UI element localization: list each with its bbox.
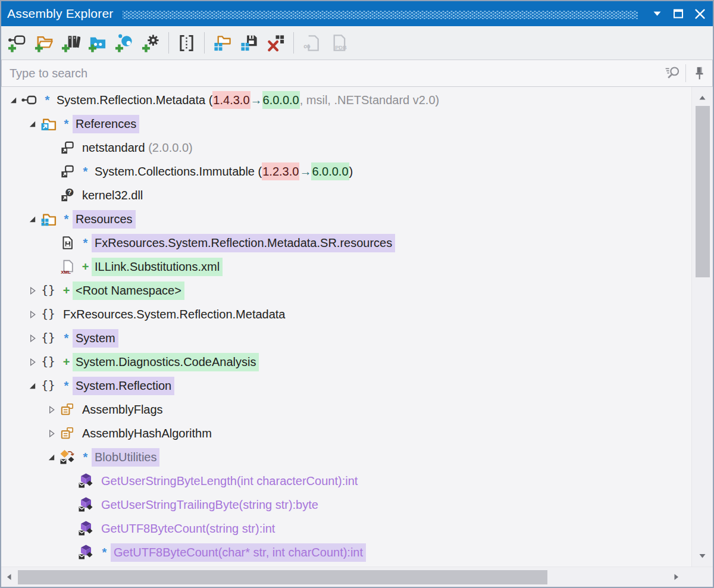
tree-row-system-reflection-metadata[interactable]: *System.Reflection.Metadata (1.4.3.0→6.0… xyxy=(1,88,691,112)
search-input[interactable] xyxy=(2,60,659,86)
namespace-icon: {} xyxy=(39,354,57,370)
save-assembly-list-button[interactable] xyxy=(236,29,262,57)
expand-toggle-icon[interactable] xyxy=(26,309,38,320)
assembly-tree-container: *System.Reflection.Metadata (1.4.3.0→6.0… xyxy=(1,87,713,567)
vertical-scrollbar-thumb[interactable] xyxy=(696,106,710,277)
close-icon xyxy=(694,8,706,20)
expand-toggle-icon[interactable] xyxy=(26,285,38,296)
assembly-explorer-tool-window: Assembly Explorer ∞PDB *System.Reflectio… xyxy=(0,0,714,588)
method-internal-icon xyxy=(77,473,95,489)
scroll-down-button[interactable] xyxy=(692,550,713,562)
open-process-executables-button[interactable] xyxy=(137,29,164,57)
tree-row-blobutilities[interactable]: *BlobUtilities xyxy=(1,445,691,469)
diff-marker: * xyxy=(79,236,92,250)
delete-assembly-list-button[interactable] xyxy=(262,29,289,57)
search-options-button[interactable] xyxy=(659,61,685,85)
indent-spacer xyxy=(64,547,76,558)
row-label: GetUTF8ByteCount(string str):int xyxy=(98,520,278,538)
diff-marker: * xyxy=(98,546,111,559)
diff-marker: * xyxy=(79,451,92,464)
collapse-toggle-icon[interactable] xyxy=(7,95,19,105)
open-from-gac-button[interactable] xyxy=(84,29,111,57)
assembly-reference-icon xyxy=(58,139,76,156)
diff-marker: * xyxy=(60,117,73,131)
label-segment: → xyxy=(250,93,262,107)
window-position-menu-button[interactable] xyxy=(646,4,668,24)
add-assembly-icon xyxy=(7,33,27,53)
svg-text:{}: {} xyxy=(41,331,55,345)
tree-row-assemblyflags[interactable]: AssemblyFlags xyxy=(1,398,691,421)
assembly-icon xyxy=(20,92,38,108)
row-label: System.Reflection xyxy=(73,377,174,395)
indent-spacer xyxy=(64,499,76,510)
label-segment: BlobUtilities xyxy=(95,451,156,464)
toolbar-separator xyxy=(168,32,169,54)
label-segment: GetUserStringByteLength(int characterCou… xyxy=(101,474,358,487)
label-segment: kernel32.dll xyxy=(82,189,143,202)
tree-row-assemblyhashalgorithm[interactable]: AssemblyHashAlgorithm xyxy=(1,421,691,445)
open-in-visual-studio-button: ∞ xyxy=(298,29,325,57)
tree-row-fxresources-sr-resources[interactable]: *FxResources.System.Reflection.Metadata.… xyxy=(1,231,691,255)
close-button[interactable] xyxy=(689,4,710,24)
collapse-toggle-icon[interactable] xyxy=(26,118,38,129)
collapse-toggle-icon[interactable] xyxy=(26,380,38,391)
label-segment: References xyxy=(76,117,136,130)
tree-row-system-diagnostics-codeanalysis[interactable]: {}+System.Diagnostics.CodeAnalysis xyxy=(1,350,691,374)
tree-row-system-collections-immutable[interactable]: *System.Collections.Immutable (1.2.3.0→6… xyxy=(1,159,691,183)
horizontal-scrollbar-thumb[interactable] xyxy=(18,570,547,584)
scroll-up-button[interactable] xyxy=(692,92,713,104)
tree-row-illink-substitutions[interactable]: XML+ILLink.Substitutions.xml xyxy=(1,255,691,279)
indent-spacer xyxy=(45,237,57,248)
namespace-icon: {} xyxy=(39,330,57,346)
scroll-left-button[interactable] xyxy=(2,567,15,587)
tree-row-references[interactable]: *References xyxy=(1,112,691,136)
diff-marker: * xyxy=(41,93,54,107)
tree-row-system-namespace[interactable]: {}*System xyxy=(1,326,691,350)
maximize-button[interactable] xyxy=(668,4,689,24)
row-label: AssemblyHashAlgorithm xyxy=(79,424,215,443)
tree-row-kernel32[interactable]: ?kernel32.dll xyxy=(1,183,691,207)
label-segment: GetUTF8ByteCount(char* str, int charCoun… xyxy=(114,546,363,559)
tree-row-resources[interactable]: *Resources xyxy=(1,207,691,231)
label-segment: ) xyxy=(349,165,353,178)
assembly-tree: *System.Reflection.Metadata (1.4.3.0→6.0… xyxy=(1,88,691,564)
add-nuget-icon xyxy=(114,33,134,53)
tree-row-getutf8bytecount-string[interactable]: GetUTF8ByteCount(string str):int xyxy=(1,517,691,540)
expand-toggle-icon[interactable] xyxy=(26,356,38,367)
namespace-icon: {} xyxy=(39,377,57,394)
label-segment: FxResources.System.Reflection.Metadata.S… xyxy=(95,236,392,249)
expand-toggle-icon[interactable] xyxy=(45,404,57,415)
tree-row-getutf8bytecount-char[interactable]: *GetUTF8ByteCount(char* str, int charCou… xyxy=(1,540,691,564)
add-assembly-button[interactable] xyxy=(4,29,30,57)
compare-assemblies-button[interactable] xyxy=(173,29,200,57)
tree-row-fxresources-namespace[interactable]: {}FxResources.System.Reflection.Metadata xyxy=(1,302,691,326)
open-assembly-list-button[interactable] xyxy=(209,29,236,57)
svg-text:{}: {} xyxy=(41,355,55,368)
label-segment: Resources xyxy=(76,212,133,226)
collapse-toggle-icon[interactable] xyxy=(45,452,57,462)
label-segment: System.Diagnostics.CodeAnalysis xyxy=(76,355,256,368)
tree-row-getuserstringtrailingbyte[interactable]: GetUserStringTrailingByte(string str):by… xyxy=(1,493,691,517)
open-from-nuget-button[interactable] xyxy=(111,29,137,57)
label-segment: GetUTF8ByteCount(string str):int xyxy=(101,522,275,535)
titlebar-drag-grip[interactable] xyxy=(123,11,638,19)
horizontal-scrollbar-track[interactable] xyxy=(1,567,713,587)
resource-file-icon xyxy=(58,234,76,251)
indent-spacer xyxy=(45,142,57,153)
tree-row-root-namespace[interactable]: {}+<Root Namespace> xyxy=(1,279,691,302)
open-from-library-button[interactable] xyxy=(57,29,84,57)
scroll-right-button[interactable] xyxy=(670,567,683,587)
open-from-folder-button[interactable] xyxy=(30,29,57,57)
pin-button[interactable] xyxy=(686,61,712,85)
collapse-toggle-icon[interactable] xyxy=(26,214,38,224)
pdb-icon: PDB xyxy=(328,33,348,53)
tree-row-getuserstringbytelength[interactable]: GetUserStringByteLength(int characterCou… xyxy=(1,469,691,493)
add-library-icon xyxy=(61,33,80,53)
method-internal-icon xyxy=(77,520,95,537)
label-segment: System.Collections.Immutable ( xyxy=(95,165,262,178)
tree-row-system-reflection-namespace[interactable]: {}*System.Reflection xyxy=(1,374,691,398)
expand-toggle-icon[interactable] xyxy=(45,428,57,439)
vertical-scrollbar-track[interactable] xyxy=(691,87,713,567)
tree-row-netstandard[interactable]: netstandard (2.0.0.0) xyxy=(1,136,691,159)
expand-toggle-icon[interactable] xyxy=(26,333,38,343)
